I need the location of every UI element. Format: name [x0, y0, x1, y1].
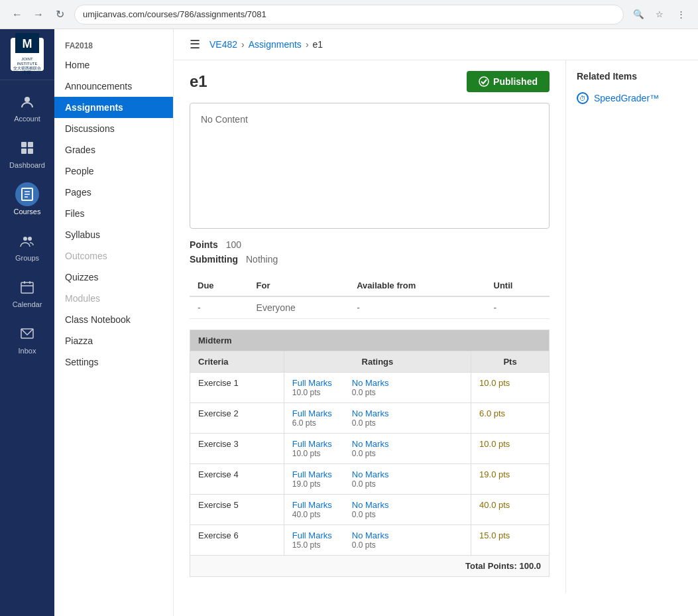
nav-home[interactable]: Home [54, 54, 173, 76]
rubric-total-row: Total Points: 100.0 [190, 556, 550, 577]
submitting-row: Submitting Nothing [190, 254, 550, 265]
no-marks-5: No Marks 0.0 pts [352, 530, 389, 550]
nav-grades[interactable]: Grades [54, 139, 173, 160]
points-label: Points [190, 239, 218, 250]
ratings-3: Full Marks 19.0 pts No Marks 0.0 pts [284, 464, 471, 495]
svg-rect-3 [21, 142, 27, 147]
no-marks-2: No Marks 0.0 pts [352, 439, 389, 458]
groups-icon [15, 229, 39, 253]
svg-point-11 [23, 237, 27, 241]
sidebar-item-inbox[interactable]: Inbox [0, 315, 54, 361]
app-layout: M JOINTINSTITUTE交大密西根联合学院 Account [0, 29, 698, 616]
total-value: 100.0 [519, 561, 541, 571]
calendar-icon [15, 275, 39, 299]
assignment-title: e1 [190, 72, 207, 91]
due-cell: - [190, 296, 249, 319]
global-nav-logo: M JOINTINSTITUTE交大密西根联合学院 [0, 29, 54, 80]
nav-syllabus[interactable]: Syllabus [54, 224, 173, 245]
nav-piazza[interactable]: Piazza [54, 330, 173, 351]
logo-box: M JOINTINSTITUTE交大密西根联合学院 [9, 36, 46, 73]
browser-icons: 🔍 ☆ ⋮ [629, 5, 690, 24]
full-marks-1: Full Marks 6.0 pts [292, 408, 332, 428]
total-label: Total Points: [465, 561, 517, 571]
due-col-header: Due [190, 275, 249, 296]
criteria-0: Exercise 1 [190, 373, 284, 403]
pts-3: 19.0 pts [471, 464, 550, 495]
pts-4: 40.0 pts [471, 495, 550, 525]
nav-announcements[interactable]: Announcements [54, 76, 173, 97]
svg-point-12 [28, 237, 32, 241]
search-icon[interactable]: 🔍 [629, 5, 648, 24]
assignment-sidebar: Related Items ⏱ SpeedGrader™ [565, 60, 698, 593]
nav-settings[interactable]: Settings [54, 351, 173, 373]
address-bar[interactable]: umjicanvas.com/courses/786/assignments/7… [74, 5, 624, 25]
published-button[interactable]: Published [467, 71, 550, 92]
no-marks-0: No Marks 0.0 pts [352, 378, 389, 397]
breadcrumb-current: e1 [313, 39, 323, 50]
rubric-title-row: Midterm [190, 330, 550, 351]
sidebar-item-account[interactable]: Account [0, 83, 54, 129]
sidebar-item-courses[interactable]: Courses [0, 176, 54, 222]
pts-header: Pts [471, 351, 550, 373]
speedgrader-link[interactable]: ⏱ SpeedGrader™ [577, 90, 687, 107]
rubric-header-row: Criteria Ratings Pts [190, 351, 550, 373]
rubric-row-3: Exercise 4 Full Marks 19.0 pts No Marks … [190, 464, 550, 495]
breadcrumb-course[interactable]: VE482 [209, 39, 237, 50]
nav-outcomes: Outcomes [54, 245, 173, 267]
global-nav: M JOINTINSTITUTE交大密西根联合学院 Account [0, 29, 54, 616]
rubric-title: Midterm [190, 330, 550, 351]
no-marks-4: No Marks 0.0 pts [352, 500, 389, 519]
svg-rect-4 [28, 142, 33, 147]
calendar-label: Calendar [13, 300, 42, 308]
breadcrumb-sep-1: › [241, 39, 245, 50]
full-marks-5: Full Marks 15.0 pts [292, 530, 332, 550]
rubric-row-4: Exercise 5 Full Marks 40.0 pts No Marks … [190, 495, 550, 525]
breadcrumb-sep-2: › [306, 39, 309, 50]
sidebar-item-calendar[interactable]: Calendar [0, 269, 54, 315]
points-value: 100 [226, 239, 241, 250]
nav-people[interactable]: People [54, 160, 173, 182]
menu-toggle-button[interactable]: ☰ [190, 37, 200, 52]
due-table-header-row: Due For Available from Until [190, 275, 550, 296]
nav-modules: Modules [54, 288, 173, 309]
nav-discussions[interactable]: Discussions [54, 118, 173, 139]
account-label: Account [14, 115, 40, 123]
breadcrumb-section[interactable]: Assignments [249, 39, 302, 50]
criteria-3: Exercise 4 [190, 464, 284, 495]
nav-pages[interactable]: Pages [54, 182, 173, 203]
ratings-4: Full Marks 40.0 pts No Marks 0.0 pts [284, 495, 471, 525]
ratings-header: Ratings [284, 351, 471, 373]
nav-quizzes[interactable]: Quizzes [54, 267, 173, 288]
pts-5: 15.0 pts [471, 525, 550, 556]
full-marks-4: Full Marks 40.0 pts [292, 500, 332, 519]
submitting-label: Submitting [190, 254, 238, 265]
refresh-button[interactable]: ↻ [50, 5, 69, 24]
nav-class-notebook[interactable]: Class Notebook [54, 309, 173, 330]
breadcrumb: ☰ VE482 › Assignments › e1 [174, 29, 698, 60]
svg-point-18 [479, 77, 489, 86]
svg-rect-6 [28, 149, 33, 154]
content-placeholder: No Content [201, 114, 248, 125]
content-box: No Content [190, 103, 550, 229]
pts-2: 10.0 pts [471, 434, 550, 464]
nav-assignments[interactable]: Assignments [54, 97, 173, 118]
logo-text: JOINTINSTITUTE交大密西根联合学院 [11, 56, 44, 75]
inbox-label: Inbox [19, 347, 36, 355]
sidebar-item-dashboard[interactable]: Dashboard [0, 129, 54, 176]
assignment-main: e1 Published No Content [174, 60, 565, 593]
course-term: FA2018 [54, 34, 173, 54]
speedgrader-icon: ⏱ [577, 92, 589, 104]
logo-inner: M JOINTINSTITUTE交大密西根联合学院 [11, 38, 44, 71]
svg-rect-13 [21, 282, 33, 293]
back-button[interactable]: ← [8, 5, 27, 24]
assignment-details: Points 100 Submitting Nothing [190, 239, 550, 265]
sidebar-item-groups[interactable]: Groups [0, 222, 54, 269]
ratings-5: Full Marks 15.0 pts No Marks 0.0 pts [284, 525, 471, 556]
rubric-table: Midterm Criteria Ratings Pts Exercise 1 [190, 330, 550, 577]
courses-label: Courses [14, 208, 41, 216]
inbox-icon [15, 322, 39, 345]
bookmark-icon[interactable]: ☆ [650, 5, 669, 24]
nav-files[interactable]: Files [54, 203, 173, 224]
forward-button[interactable]: → [29, 5, 48, 24]
browser-menu-icon[interactable]: ⋮ [671, 5, 690, 24]
